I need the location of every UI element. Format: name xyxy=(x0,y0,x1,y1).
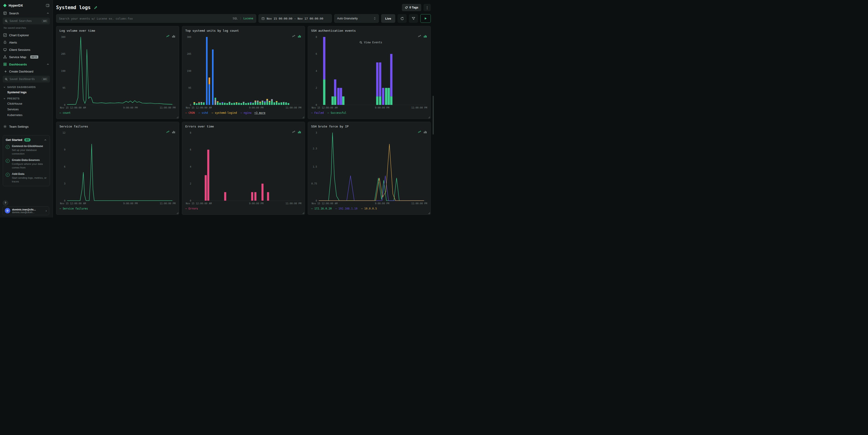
get-started-step-connect[interactable]: ✓ Connect to ClickHouse Set up your data… xyxy=(6,145,47,155)
svg-text:4: 4 xyxy=(316,69,317,72)
get-started-header[interactable]: Get Started 3/3 xyxy=(6,138,47,142)
bar-chart-icon[interactable] xyxy=(424,34,427,38)
chart-title: Log volume over time xyxy=(60,29,176,32)
ssh-brute-force-chart-plot: 00.751.52.33Nov 15 12:00:00 AM9:00:00 PM… xyxy=(311,130,427,206)
bar-chart-icon[interactable] xyxy=(172,130,175,134)
chevron-up-icon[interactable] xyxy=(46,12,50,15)
svg-text:4: 4 xyxy=(190,165,191,168)
svg-text:0: 0 xyxy=(316,103,317,106)
run-query-play-button[interactable] xyxy=(420,14,431,23)
legend-item[interactable]: —10.0.0.5 xyxy=(361,207,377,210)
bar-chart-icon[interactable] xyxy=(172,34,175,38)
saved-dashboards-placeholder: Saved Dashboards xyxy=(9,77,35,81)
preset-link-clickhouse[interactable]: ClickHouse xyxy=(0,101,53,106)
resize-handle[interactable] xyxy=(177,117,178,118)
live-button[interactable]: Live xyxy=(381,14,395,23)
svg-text:95: 95 xyxy=(188,86,191,89)
legend-item[interactable]: —172.16.0.20 xyxy=(311,207,332,210)
chevron-up-icon[interactable] xyxy=(46,63,50,66)
chart-card-log-volume-over-time: Log volume over time 095190285380Nov 15 … xyxy=(56,26,179,119)
date-range-input[interactable]: Nov 15 00:00:00 - Nov 17 00:00:00 xyxy=(258,14,332,23)
search-section-icon xyxy=(3,11,7,15)
chart-card-top-systemd-units: Top systemd units by log count 095190285… xyxy=(182,26,305,119)
edit-title-pencil-icon[interactable] xyxy=(94,6,98,9)
more-options-kebab-button[interactable]: ⋮ xyxy=(424,4,431,11)
resize-handle[interactable] xyxy=(177,212,178,214)
chart-title: Top systemd units by log count xyxy=(185,29,302,32)
user-menu[interactable]: D dominic.tran@clic... dominic.tran@clic… xyxy=(2,206,49,215)
sidebar-item-service-map[interactable]: Service Map BETA xyxy=(0,53,53,61)
svg-text:8: 8 xyxy=(190,131,191,134)
granularity-select[interactable]: Auto Granularity xyxy=(334,14,379,23)
legend-item[interactable]: —nginx xyxy=(241,111,252,115)
legend-item[interactable]: —Failed xyxy=(311,111,324,115)
vertical-scrollbar[interactable] xyxy=(433,96,434,134)
bar-chart-icon[interactable] xyxy=(298,130,301,134)
line-chart-icon[interactable] xyxy=(418,34,421,38)
bar-chart-icon[interactable] xyxy=(424,130,427,134)
legend-item[interactable]: —Successful xyxy=(327,111,346,115)
saved-dashboards-input[interactable]: Saved Dashboards ⌘K xyxy=(3,76,50,83)
saved-dashboards-section-toggle[interactable]: SAVED DASHBOARDS xyxy=(0,84,53,89)
resize-handle[interactable] xyxy=(428,117,430,118)
sidebar-item-client-sessions[interactable]: Client Sessions xyxy=(0,46,53,53)
legend-more-link[interactable]: +3 more xyxy=(254,111,265,115)
line-chart-icon[interactable] xyxy=(166,130,169,134)
legend-item[interactable]: —count xyxy=(60,111,71,115)
chart-legend: —Service failures xyxy=(60,207,176,210)
refresh-button[interactable] xyxy=(398,14,407,23)
svg-text:0.75: 0.75 xyxy=(311,182,317,185)
preset-link-kubernetes[interactable]: Kubernetes xyxy=(0,112,53,118)
step-desc: Set up your database connection xyxy=(12,148,47,155)
bar-chart-icon[interactable] xyxy=(298,34,301,38)
chart-legend: —Errors xyxy=(185,207,302,210)
legend-item[interactable]: —Service failures xyxy=(60,207,88,210)
tags-button[interactable]: 0 Tags xyxy=(402,4,421,11)
select-chevrons-icon xyxy=(374,17,376,20)
dashboard-link-systemd-logs[interactable]: Systemd logs xyxy=(0,89,53,95)
preset-link-services[interactable]: Services xyxy=(0,106,53,112)
line-chart-icon[interactable] xyxy=(418,130,421,134)
chevron-up-icon[interactable] xyxy=(44,138,47,142)
no-saved-searches-note: No saved searches xyxy=(0,26,53,31)
language-toggle-sql[interactable]: SQL xyxy=(233,17,238,20)
get-started-step-sources[interactable]: ✓ Create Data Sources Configure where yo… xyxy=(6,158,47,169)
sidebar-item-alerts[interactable]: Alerts xyxy=(0,39,53,46)
help-button[interactable]: ? xyxy=(3,200,8,206)
sidebar-item-label: Dashboards xyxy=(9,63,27,66)
svg-text:9:00:00 PM: 9:00:00 PM xyxy=(375,202,389,205)
svg-text:2: 2 xyxy=(190,182,191,185)
hyperdx-dashboard-page: { "colors": { "green": "#3ecf8e", "blue"… xyxy=(0,0,434,218)
step-title: Create Data Sources xyxy=(12,158,47,162)
line-chart-icon[interactable] xyxy=(292,130,296,134)
resize-handle[interactable] xyxy=(303,212,304,214)
legend-item[interactable]: —CRON xyxy=(185,111,195,115)
sidebar-item-team-settings[interactable]: Team Settings xyxy=(0,123,53,130)
sidebar-collapse-icon[interactable] xyxy=(46,4,50,7)
dashboard-toolbar: Search your events w/ Lucene ex. column:… xyxy=(56,14,431,23)
events-search-input[interactable]: Search your events w/ Lucene ex. column:… xyxy=(56,14,256,23)
resize-handle[interactable] xyxy=(303,117,304,118)
svg-text:11:00:00 PM: 11:00:00 PM xyxy=(411,106,427,109)
view-events-link[interactable]: View Events xyxy=(360,41,382,44)
resize-handle[interactable] xyxy=(428,212,430,214)
filter-button[interactable] xyxy=(409,14,418,23)
line-chart-icon[interactable] xyxy=(166,34,169,38)
legend-item[interactable]: —systemd-logind xyxy=(212,111,237,115)
line-chart-icon[interactable] xyxy=(292,34,296,38)
create-dashboard-button[interactable]: Create Dashboard xyxy=(0,68,53,75)
legend-item[interactable]: —Errors xyxy=(185,207,198,210)
sidebar-item-chart-explorer[interactable]: Chart Explorer xyxy=(0,31,53,39)
svg-text:Nov 15 12:00:00 AM: Nov 15 12:00:00 AM xyxy=(186,202,212,205)
chart-title: SSH authentication events xyxy=(311,29,427,32)
legend-item[interactable]: —192.168.1.10 xyxy=(335,207,358,210)
language-toggle-lucene[interactable]: Lucene xyxy=(243,17,253,20)
saved-searches-input[interactable]: Saved Searches ⌘K xyxy=(3,18,50,24)
svg-text:11:00:00 PM: 11:00:00 PM xyxy=(411,202,427,205)
get-started-step-add-data[interactable]: ✓ Add Data Start sending logs, metrics, … xyxy=(6,173,47,183)
sidebar-section-search[interactable]: Search xyxy=(0,9,53,17)
sidebar-item-dashboards[interactable]: Dashboards xyxy=(0,61,53,68)
legend-item[interactable]: —sshd xyxy=(198,111,208,115)
progress-badge: 3/3 xyxy=(24,138,31,142)
presets-section-toggle[interactable]: PRESETS xyxy=(0,95,53,101)
